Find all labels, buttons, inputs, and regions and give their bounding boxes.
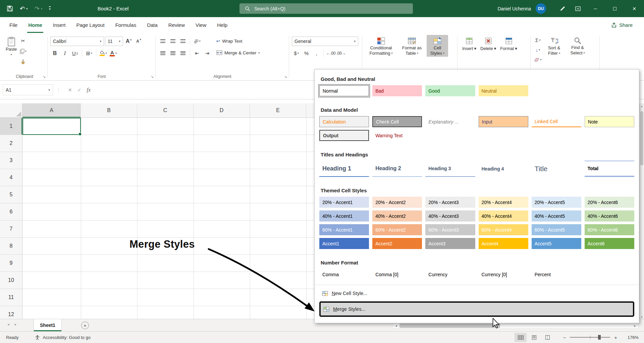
decrease-font-button[interactable]: A▾ (134, 37, 143, 46)
column-header[interactable]: A (22, 103, 81, 117)
bold-button[interactable]: B (50, 49, 59, 58)
number-format-select[interactable]: General▾ (292, 37, 358, 46)
wrap-text-button[interactable]: ↩ Wrap Text (215, 36, 261, 46)
user-name[interactable]: Daniel Uchenna (497, 6, 531, 11)
cell-style-swatch[interactable]: Heading 3 (425, 161, 475, 177)
cell-style-swatch[interactable]: Warning Text (372, 130, 422, 141)
italic-button[interactable]: I (60, 49, 69, 58)
cell-style-swatch[interactable]: Accent4 (479, 238, 528, 249)
row-header[interactable]: 7 (0, 220, 22, 238)
font-dialog-launcher[interactable]: ↘ (151, 75, 154, 79)
formula-bar-grip[interactable]: ⋮ (53, 87, 64, 92)
cell-style-swatch[interactable]: 60% - Accent5 (532, 224, 581, 235)
maximize-button[interactable]: ☐ (605, 0, 625, 17)
avatar[interactable]: DU (536, 3, 546, 14)
new-cell-style-item[interactable]: New Cell Style... (319, 287, 634, 300)
cut-button[interactable]: ✂ (18, 36, 28, 45)
horizontal-scroll-thumb[interactable] (399, 324, 500, 328)
cell-style-swatch[interactable]: Normal (319, 85, 369, 96)
cell-style-swatch[interactable]: Accent2 (372, 238, 422, 249)
page-break-view-button[interactable] (541, 333, 553, 342)
row-header[interactable]: 6 (0, 203, 22, 220)
row-header[interactable]: 8 (0, 238, 22, 255)
zoom-in-icon[interactable]: + (614, 335, 617, 340)
font-color-button[interactable]: A ▾ (109, 49, 118, 58)
comma-style-button[interactable]: , (312, 49, 321, 58)
customize-qat-button[interactable]: ▾ (49, 6, 51, 11)
minimize-button[interactable]: ─ (586, 0, 605, 17)
cell-style-swatch[interactable]: 40% - Accent4 (479, 210, 528, 222)
name-box[interactable]: A1 ▾ (3, 84, 53, 95)
prev-sheet-icon[interactable]: ◂ (7, 322, 9, 327)
cell-style-swatch[interactable]: Linked Cell (532, 116, 581, 127)
scroll-down-icon[interactable]: ▼ (640, 316, 644, 318)
cell-style-swatch[interactable]: Heading 1 (319, 161, 369, 177)
cell-style-swatch[interactable]: 60% - Accent1 (319, 224, 369, 235)
ribbon-tab[interactable]: Formulas (110, 17, 142, 33)
autosum-button[interactable]: Σ▾ (533, 36, 542, 45)
share-button[interactable]: Share (611, 22, 633, 28)
enter-icon[interactable]: ✓ (77, 87, 82, 93)
cell-style-swatch[interactable]: Currency [0] (479, 269, 528, 280)
cell-style-swatch[interactable]: 20% - Accent5 (532, 197, 581, 208)
underline-button[interactable]: U▾ (70, 49, 79, 58)
ribbon-tab[interactable]: View (190, 17, 212, 33)
cell-style-swatch[interactable]: 20% - Accent6 (585, 197, 634, 208)
orientation-button[interactable]: ab▾ (193, 37, 202, 46)
accounting-format-button[interactable]: $▾ (292, 49, 301, 58)
ribbon-tab[interactable]: Data (142, 17, 163, 33)
column-header[interactable]: D (194, 103, 250, 117)
normal-view-button[interactable] (515, 333, 527, 342)
chevron-down-icon[interactable]: ▾ (48, 88, 50, 92)
cell-style-swatch[interactable]: Explanatory ... (425, 116, 475, 127)
add-sheet-button[interactable]: + (81, 322, 89, 329)
cell-style-swatch[interactable]: 40% - Accent2 (372, 210, 422, 222)
clear-button[interactable]: ▾ (533, 55, 542, 64)
cell-style-swatch[interactable]: Percent (532, 269, 581, 280)
cell-style-swatch[interactable]: 60% - Accent6 (585, 224, 634, 235)
cell-style-swatch[interactable]: Title (532, 161, 581, 177)
accessibility-status[interactable]: Accessibility: Good to go (35, 335, 91, 340)
sort-filter-button[interactable]: AZ Sort & Filter▾ (542, 35, 566, 64)
ribbon-tab[interactable]: Insert (48, 17, 71, 33)
cell-style-swatch[interactable]: 40% - Accent1 (319, 210, 369, 222)
percent-style-button[interactable]: % (302, 49, 311, 58)
cell-style-swatch[interactable]: Accent1 (319, 238, 369, 249)
merge-styles-item[interactable]: Merge Styles... (319, 301, 634, 317)
paste-button[interactable]: Paste ▾ (4, 35, 18, 66)
cell-style-swatch[interactable]: Accent3 (425, 238, 475, 249)
cell-style-swatch[interactable]: Accent6 (585, 238, 634, 249)
cell-style-swatch[interactable]: 20% - Accent1 (319, 197, 369, 208)
cell-style-swatch[interactable]: Good (425, 85, 475, 96)
cell-style-swatch[interactable]: Output (319, 130, 369, 141)
clipboard-dialog-launcher[interactable]: ↘ (43, 75, 46, 79)
copy-button[interactable]: ▾ (18, 47, 28, 56)
borders-button[interactable]: ⊞▾ (85, 49, 94, 58)
align-center-button[interactable] (168, 49, 177, 58)
undo-button[interactable]: ↶▾ (20, 5, 28, 12)
cell-style-swatch[interactable]: Input (479, 116, 528, 127)
format-as-table-button[interactable]: Format as Table▾ (397, 35, 427, 57)
zoom-slider-thumb[interactable] (598, 335, 601, 340)
cancel-icon[interactable]: ✕ (68, 87, 72, 93)
cell-style-swatch[interactable]: Check Cell (372, 116, 422, 127)
align-middle-button[interactable] (168, 37, 177, 46)
ribbon-display-options-button[interactable] (570, 6, 586, 12)
cell-style-swatch[interactable]: Total (585, 161, 634, 177)
cell-style-swatch[interactable]: 60% - Accent4 (479, 224, 528, 235)
scroll-up-icon[interactable]: ▲ (640, 103, 644, 107)
ribbon-tab[interactable]: File (4, 17, 23, 33)
increase-decimal-button[interactable]: ←.00 (326, 49, 335, 58)
cell-style-swatch[interactable]: Accent5 (532, 238, 581, 249)
ribbon-tab[interactable]: Page Layout (71, 17, 110, 33)
merge-center-button[interactable]: Merge & Center ▾ (215, 48, 261, 57)
redo-button[interactable]: ↷▾ (35, 5, 43, 12)
cell-style-swatch[interactable]: 40% - Accent3 (425, 210, 475, 222)
scroll-left-icon[interactable]: ◂ (393, 324, 399, 328)
select-all-corner[interactable] (0, 103, 22, 117)
zoom-slider[interactable] (570, 337, 610, 338)
zoom-out-icon[interactable]: − (563, 335, 566, 340)
next-sheet-icon[interactable]: ▸ (15, 322, 17, 327)
row-header[interactable]: 4 (0, 169, 22, 186)
search-box[interactable]: Search (Alt+Q) (239, 3, 413, 14)
